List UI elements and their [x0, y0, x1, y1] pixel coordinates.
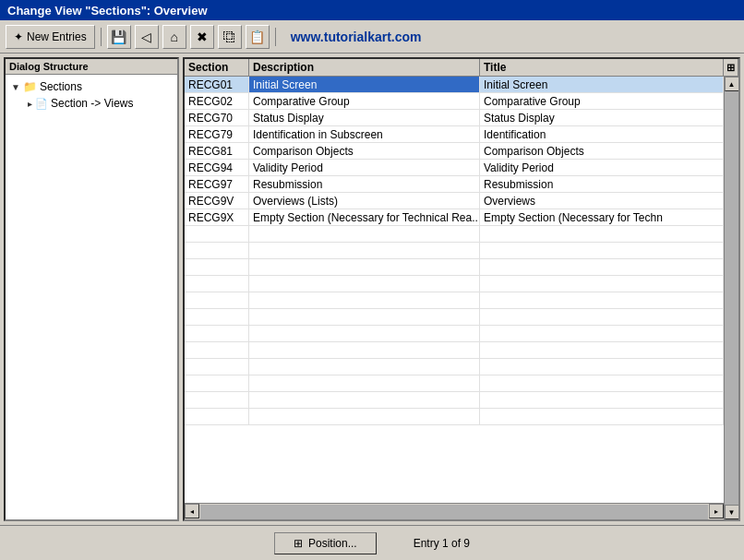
- cell-section: RECG70: [185, 110, 249, 125]
- cell-title: Resubmission: [480, 176, 724, 192]
- cell-section: RECG9X: [185, 209, 249, 225]
- table-row[interactable]: [185, 226, 724, 243]
- cell-title: Overviews: [480, 193, 724, 209]
- table-row[interactable]: RECG01 Initial Screen Initial Screen: [185, 77, 724, 93]
- table-row[interactable]: [185, 359, 724, 375]
- table-row[interactable]: [185, 392, 724, 409]
- table-row[interactable]: RECG9X Empty Section (Necessary for Tech…: [185, 209, 724, 226]
- table-row[interactable]: [185, 342, 724, 359]
- table-row[interactable]: [185, 409, 724, 425]
- position-button[interactable]: ⊞ Position...: [274, 532, 377, 554]
- folder-icon-sections: 📁: [23, 80, 37, 93]
- new-entries-button[interactable]: ✦ New Entries: [6, 25, 95, 49]
- cell-description: Overviews (Lists): [249, 193, 480, 209]
- cell-section: RECG79: [185, 126, 249, 142]
- h-scroll-right-btn[interactable]: ▸: [709, 504, 724, 518]
- cell-title: Comparative Group: [480, 93, 724, 109]
- table-row[interactable]: RECG9V Overviews (Lists) Overviews: [185, 193, 724, 209]
- table-content: RECG01 Initial Screen Initial Screen REC…: [185, 77, 724, 519]
- data-table-panel: Section Description Title ⊞ RECG01 Initi…: [183, 57, 740, 521]
- copy-button[interactable]: ⿻: [218, 25, 242, 49]
- scroll-down-btn[interactable]: ▼: [725, 505, 739, 519]
- table-row[interactable]: RECG70 Status Display Status Display: [185, 110, 724, 126]
- scroll-up-btn[interactable]: ▲: [725, 77, 739, 91]
- table-row[interactable]: [185, 276, 724, 292]
- tree-content: ▼ 📁 Sections ▸ 📄 Section -> Views: [6, 75, 177, 115]
- main-area: Dialog Structure ▼ 📁 Sections ▸ 📄 Sectio…: [0, 54, 744, 525]
- table-row[interactable]: RECG79 Identification in Subscreen Ident…: [185, 126, 724, 143]
- table-row[interactable]: [185, 259, 724, 276]
- new-entries-label: New Entries: [27, 30, 87, 43]
- cell-description: Identification in Subscreen: [249, 126, 480, 142]
- new-entries-icon: ✦: [14, 30, 23, 43]
- dialog-structure-panel: Dialog Structure ▼ 📁 Sections ▸ 📄 Sectio…: [4, 57, 179, 521]
- cell-section: RECG94: [185, 160, 249, 175]
- cell-description: Status Display: [249, 110, 480, 125]
- scroll-track[interactable]: [725, 91, 739, 505]
- dialog-structure-header: Dialog Structure: [6, 59, 177, 75]
- cell-section: RECG02: [185, 93, 249, 109]
- right-panel-body: RECG01 Initial Screen Initial Screen REC…: [185, 77, 738, 519]
- tree-item-sections[interactable]: ▼ 📁 Sections: [7, 78, 175, 95]
- tree-arrow-views: ▸: [28, 99, 32, 109]
- table-row[interactable]: [185, 375, 724, 392]
- table-header: Section Description Title ⊞: [185, 59, 738, 77]
- entry-count-text: Entry 1 of 9: [414, 537, 470, 550]
- cell-title: Initial Screen: [480, 77, 724, 92]
- col-header-section: Section: [185, 59, 249, 76]
- cell-title: Empty Section (Necessary for Techn: [480, 209, 724, 225]
- h-scroll-track[interactable]: [200, 505, 708, 519]
- cell-description: Comparison Objects: [249, 143, 480, 159]
- tree-arrow-sections: ▼: [11, 82, 20, 92]
- cell-description: Comparative Group: [249, 93, 480, 109]
- table-row[interactable]: [185, 309, 724, 326]
- save-button[interactable]: 💾: [107, 25, 131, 49]
- title-text: Change View "Sections": Overview: [7, 4, 208, 18]
- table-row[interactable]: [185, 243, 724, 259]
- exit-button[interactable]: ⌂: [162, 25, 186, 49]
- cell-description: Empty Section (Necessary for Technical R…: [249, 209, 480, 225]
- table-row[interactable]: [185, 292, 724, 309]
- cell-description: Initial Screen: [249, 77, 480, 92]
- tree-label-sections: Sections: [40, 80, 82, 93]
- table-row[interactable]: RECG81 Comparison Objects Comparison Obj…: [185, 143, 724, 160]
- table-row[interactable]: RECG94 Validity Period Validity Period: [185, 160, 724, 176]
- table-body[interactable]: RECG01 Initial Screen Initial Screen REC…: [185, 77, 724, 503]
- table-row[interactable]: RECG02 Comparative Group Comparative Gro…: [185, 93, 724, 110]
- column-settings-icon[interactable]: ⊞: [724, 59, 738, 76]
- tree-item-section-views[interactable]: ▸ 📄 Section -> Views: [7, 95, 175, 112]
- toolbar: ✦ New Entries 💾 ◁ ⌂ ✖ ⿻ 📋 www.tutorialka…: [0, 20, 744, 54]
- tree-label-views: Section -> Views: [51, 97, 134, 110]
- table-row[interactable]: RECG97 Resubmission Resubmission: [185, 176, 724, 193]
- cell-section: RECG81: [185, 143, 249, 159]
- cell-section: RECG01: [185, 77, 249, 92]
- horizontal-scrollbar: ◂ ▸: [185, 503, 724, 519]
- position-icon: ⊞: [294, 537, 303, 550]
- table-row[interactable]: [185, 326, 724, 342]
- back-button[interactable]: ◁: [135, 25, 159, 49]
- separator-1: [101, 28, 102, 46]
- cancel-button[interactable]: ✖: [190, 25, 214, 49]
- cell-description: Resubmission: [249, 176, 480, 192]
- status-bar: ⊞ Position... Entry 1 of 9: [0, 525, 744, 560]
- cell-title: Identification: [480, 126, 724, 142]
- position-label: Position...: [308, 537, 357, 550]
- cell-section: RECG9V: [185, 193, 249, 209]
- doc-icon-views: 📄: [35, 98, 48, 110]
- vertical-scrollbar: ▲ ▼: [724, 77, 738, 519]
- title-bar: Change View "Sections": Overview: [0, 0, 744, 20]
- col-header-description: Description: [249, 59, 480, 76]
- cell-description: Validity Period: [249, 160, 480, 175]
- h-scroll-left-btn[interactable]: ◂: [185, 504, 199, 518]
- cell-title: Comparison Objects: [480, 143, 724, 159]
- url-text: www.tutorialkart.com: [291, 30, 422, 44]
- paste-button[interactable]: 📋: [246, 25, 270, 49]
- separator-2: [275, 28, 276, 46]
- cell-title: Validity Period: [480, 160, 724, 175]
- col-header-title: Title: [480, 59, 724, 76]
- cell-title: Status Display: [480, 110, 724, 125]
- cell-section: RECG97: [185, 176, 249, 192]
